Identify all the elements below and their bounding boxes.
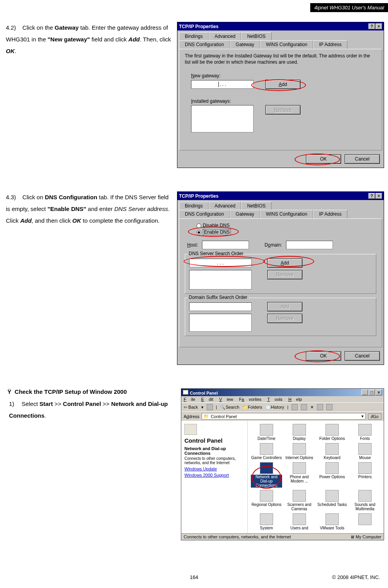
go-button[interactable]: ∂Go xyxy=(368,413,381,420)
windows-update-link[interactable]: Windows Update xyxy=(184,466,244,471)
installed-gateways-list[interactable] xyxy=(191,105,254,132)
cp-item-label: Display xyxy=(284,436,315,441)
cp-item[interactable]: Fonts xyxy=(349,424,381,441)
cp-item[interactable]: Scanners and Cameras xyxy=(284,490,315,511)
section-heading: Ÿ Check the TCP/IP Setup of Window 2000 xyxy=(7,388,178,395)
address-field[interactable]: 📁Control Panel▾ xyxy=(202,413,366,420)
cp-item-icon xyxy=(325,443,339,455)
ok-button[interactable]: OK xyxy=(306,351,341,361)
cp-item[interactable]: Printers xyxy=(349,462,381,488)
cp-item[interactable]: Keyboard xyxy=(316,443,348,460)
cp-item[interactable]: Mouse xyxy=(349,443,381,460)
cancel-button[interactable]: Cancel xyxy=(345,351,380,361)
back-button[interactable]: ⇦ Back xyxy=(184,405,198,410)
cp-item-icon xyxy=(260,443,273,455)
cp-item-label: Fonts xyxy=(349,436,381,441)
tab-gateway[interactable]: Gateway xyxy=(230,40,260,49)
tab-wins-configuration[interactable]: WINS Configuration xyxy=(260,40,313,49)
close-icon[interactable]: × xyxy=(375,390,382,395)
tab-bindings[interactable]: Bindings xyxy=(179,32,209,40)
tab-ip-address[interactable]: IP Address xyxy=(313,210,347,218)
cp-item[interactable]: Folder Options xyxy=(316,424,348,441)
tab-wins-configuration[interactable]: WINS Configuration xyxy=(260,210,313,218)
menu-help[interactable]: Help xyxy=(288,397,302,402)
tool-icon[interactable] xyxy=(326,404,333,410)
cp-item[interactable]: Display xyxy=(284,424,315,441)
step-number: 4.3) xyxy=(6,191,21,203)
minimize-icon[interactable]: _ xyxy=(361,390,368,395)
cp-item[interactable]: Network and Dial-up Connections xyxy=(251,462,282,488)
step-4-3: 4.3) Click on DNS Configuration tab. If … xyxy=(6,191,174,227)
add-button[interactable]: Add xyxy=(267,258,302,268)
cp-item-label: System xyxy=(251,526,282,530)
tool-icon[interactable] xyxy=(301,404,307,410)
close-icon[interactable]: × xyxy=(375,23,382,29)
disable-dns-radio[interactable]: Disable DNS xyxy=(197,223,376,228)
status-bar-location: 🖥 My Computer xyxy=(350,534,381,539)
up-icon[interactable] xyxy=(207,404,213,410)
window-icon xyxy=(183,390,188,395)
cp-item[interactable]: Scheduled Tasks xyxy=(316,490,348,511)
new-gateway-input[interactable]: . . . xyxy=(191,80,254,89)
tab-netbios[interactable]: NetBIOS xyxy=(241,32,271,40)
cp-item[interactable]: Game Controllers xyxy=(251,443,282,460)
help-icon[interactable]: ? xyxy=(368,193,375,199)
close-icon[interactable]: × xyxy=(375,193,382,199)
suffix-input[interactable] xyxy=(189,302,252,311)
history-button[interactable]: 🕘History xyxy=(265,405,284,410)
windows-2000-support-link[interactable]: Windows 2000 Support xyxy=(184,473,244,477)
new-gateway-label: NNew gateway:ew gateway: xyxy=(191,73,376,79)
tool-icon[interactable] xyxy=(317,404,323,410)
enable-dns-radio[interactable]: Enable DNS xyxy=(197,229,376,235)
tab-advanced[interactable]: Advanced xyxy=(209,32,241,40)
cp-item-label: Scheduled Tasks xyxy=(316,502,348,507)
cp-item[interactable]: Regional Options xyxy=(251,490,282,511)
menu-tools[interactable]: Tools xyxy=(267,397,283,402)
search-button[interactable]: 🔍Search xyxy=(220,405,239,410)
control-panel-icon xyxy=(184,424,197,435)
tab-bindings[interactable]: Bindings xyxy=(179,202,209,210)
tool-icon[interactable] xyxy=(291,404,298,410)
dns-server-list[interactable] xyxy=(189,270,252,290)
step-4-2: 4.2) Click on the Gateway tab. Enter the… xyxy=(6,22,174,57)
toolbar: ⇦ Back ▾ | 🔍Search 📁Folders 🕘History | ✕ xyxy=(181,402,384,411)
cancel-button[interactable]: Cancel xyxy=(345,154,380,164)
gateway-info-text: The first gateway in the Installed Gatew… xyxy=(185,53,376,65)
cp-item[interactable]: Internet Options xyxy=(284,443,315,460)
cp-item-icon xyxy=(358,513,372,525)
forward-button[interactable]: ▾ xyxy=(201,405,204,410)
cp-item[interactable]: Phone and Modem ... xyxy=(284,462,315,488)
add-button[interactable]: Add xyxy=(265,80,300,89)
ok-button[interactable]: OK xyxy=(306,154,341,164)
folders-button[interactable]: 📁Folders xyxy=(242,405,262,410)
cp-item[interactable]: Power Options xyxy=(316,462,348,488)
host-label: Host: xyxy=(187,242,198,248)
cp-item[interactable] xyxy=(349,513,381,530)
tab-advanced[interactable]: Advanced xyxy=(209,202,241,210)
domain-label: Domain: xyxy=(265,242,282,248)
tab-dns-configuration[interactable]: DNS Configuration xyxy=(179,210,230,218)
tab-netbios[interactable]: NetBIOS xyxy=(241,202,271,210)
menu-file[interactable]: File xyxy=(184,397,195,402)
cp-item-label: Sounds and Multimedia xyxy=(349,502,381,511)
dns-server-input[interactable]: . . . xyxy=(189,259,252,267)
cp-item[interactable]: VMware Tools xyxy=(316,513,348,530)
dialog-title: TCP/IP Properties xyxy=(179,24,218,29)
tab-dns-configuration[interactable]: DNS Configuration xyxy=(179,40,230,49)
cp-item[interactable]: Sounds and Multimedia xyxy=(349,490,381,511)
help-icon[interactable]: ? xyxy=(368,23,375,29)
menu-view[interactable]: View xyxy=(219,397,233,402)
cp-item[interactable]: Date/Time xyxy=(251,424,282,441)
suffix-list[interactable] xyxy=(189,314,252,332)
menu-bar[interactable]: File Edit View Favorites Tools Help xyxy=(181,396,384,402)
menu-edit[interactable]: Edit xyxy=(201,397,213,402)
maximize-icon[interactable]: □ xyxy=(368,390,375,395)
host-input[interactable] xyxy=(202,241,249,249)
cp-item[interactable]: Users and xyxy=(284,513,315,530)
tab-gateway[interactable]: Gateway xyxy=(230,210,260,218)
cp-item[interactable]: System xyxy=(251,513,282,530)
menu-favorites[interactable]: Favorites xyxy=(239,397,261,402)
tab-ip-address[interactable]: IP Address xyxy=(313,40,347,49)
cp-item-label: Users and xyxy=(284,526,315,530)
domain-input[interactable] xyxy=(286,241,333,249)
